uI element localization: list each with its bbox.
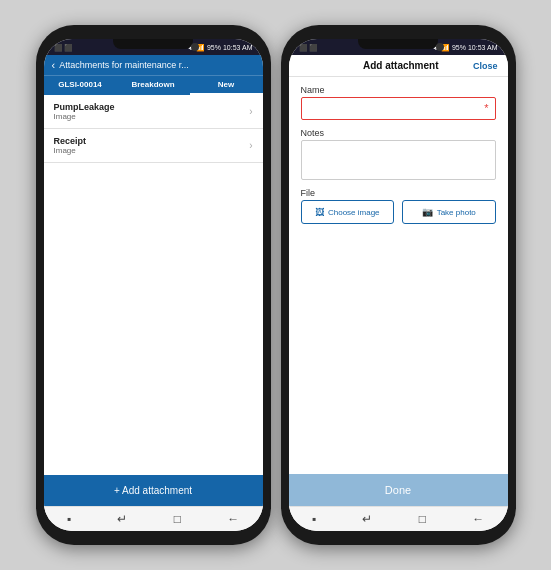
take-photo-button[interactable]: 📷 Take photo (402, 200, 496, 224)
choose-image-icon: 🖼 (315, 207, 324, 217)
choose-image-label: Choose image (328, 208, 380, 217)
left-phone-notch (113, 39, 193, 49)
right-bottom-nav: ▪ ↵ □ ← (289, 506, 508, 531)
notes-input[interactable] (301, 140, 496, 180)
attachment-arrow-pumpleakage: › (249, 106, 252, 117)
top-bar-title: Attachments for maintenance r... (59, 60, 254, 70)
left-top-bar[interactable]: ‹ Attachments for maintenance r... (44, 55, 263, 75)
tab-breakdown[interactable]: Breakdown (117, 76, 190, 95)
close-button[interactable]: Close (473, 61, 498, 71)
right-phone: ⬛ ⬛ ✱ 📶 95% 10:53 AM Add attachment Clos… (281, 25, 516, 545)
right-phone-camera (436, 43, 444, 51)
add-attachment-bar[interactable]: + Add attachment (44, 475, 263, 506)
tab-new[interactable]: New (190, 76, 263, 95)
notes-section: Notes (301, 128, 496, 180)
right-nav-home[interactable]: □ (419, 512, 426, 526)
attachment-arrow-receipt: › (249, 140, 252, 151)
tab-glsi[interactable]: GLSI-00014 (44, 76, 117, 95)
take-photo-icon: 📷 (422, 207, 433, 217)
left-nav-menu[interactable]: ▪ (67, 512, 71, 526)
attachment-name-receipt: Receipt (54, 136, 250, 146)
right-nav-menu[interactable]: ▪ (312, 512, 316, 526)
attachment-item-pumpleakage[interactable]: PumpLeakage Image › (44, 95, 263, 129)
right-status-left: ⬛ ⬛ (299, 44, 319, 52)
attachment-type-receipt: Image (54, 146, 250, 155)
attachment-name-pumpleakage: PumpLeakage (54, 102, 250, 112)
right-nav-back[interactable]: ← (472, 512, 484, 526)
required-star-icon: * (484, 103, 488, 114)
left-nav-recent[interactable]: ↵ (117, 512, 127, 526)
attachment-item-receipt[interactable]: Receipt Image › (44, 129, 263, 163)
add-attachment-title: Add attachment (363, 60, 439, 71)
notes-label: Notes (301, 128, 496, 138)
attachment-list: PumpLeakage Image › Receipt Image › (44, 95, 263, 285)
left-bottom-nav: ▪ ↵ □ ← (44, 506, 263, 531)
add-attachment-form: Name * Notes File 🖼 Choose (289, 77, 508, 474)
name-label: Name (301, 85, 496, 95)
left-tabs: GLSI-00014 Breakdown New (44, 75, 263, 95)
take-photo-label: Take photo (437, 208, 476, 217)
attachment-type-pumpleakage: Image (54, 112, 250, 121)
right-header: Add attachment Close (289, 55, 508, 77)
right-status-icons: ⬛ ⬛ (299, 44, 319, 52)
left-status-left: ⬛ ⬛ (54, 44, 74, 52)
attachment-info-receipt: Receipt Image (54, 136, 250, 155)
right-phone-screen: ⬛ ⬛ ✱ 📶 95% 10:53 AM Add attachment Clos… (289, 39, 508, 531)
back-arrow-icon[interactable]: ‹ (52, 59, 56, 71)
left-phone-screen: ⬛ ⬛ ✱ 📶 95% 10:53 AM ‹ Attachments for m… (44, 39, 263, 531)
done-button[interactable]: Done (289, 474, 508, 506)
name-section: Name * (301, 85, 496, 120)
choose-image-button[interactable]: 🖼 Choose image (301, 200, 395, 224)
left-nav-home[interactable]: □ (174, 512, 181, 526)
file-section: File 🖼 Choose image 📷 Take photo (301, 188, 496, 224)
left-phone-camera (191, 43, 199, 51)
left-status-icons: ⬛ ⬛ (54, 44, 74, 52)
right-nav-recent[interactable]: ↵ (362, 512, 372, 526)
left-nav-back[interactable]: ← (227, 512, 239, 526)
right-phone-notch (358, 39, 438, 49)
file-label: File (301, 188, 496, 198)
attachment-info-pumpleakage: PumpLeakage Image (54, 102, 250, 121)
left-phone: ⬛ ⬛ ✱ 📶 95% 10:53 AM ‹ Attachments for m… (36, 25, 271, 545)
name-input[interactable]: * (301, 97, 496, 120)
file-buttons: 🖼 Choose image 📷 Take photo (301, 200, 496, 224)
